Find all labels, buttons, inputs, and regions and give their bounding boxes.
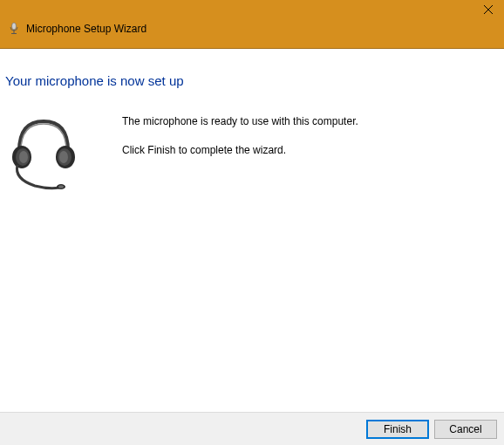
microphone-icon	[7, 22, 21, 36]
svg-rect-4	[11, 33, 17, 34]
svg-point-10	[59, 151, 68, 163]
wizard-content: Your microphone is now set up	[0, 49, 504, 412]
finish-button[interactable]: Finish	[366, 420, 429, 439]
svg-point-2	[12, 23, 17, 30]
svg-point-12	[58, 185, 64, 188]
body-text: The microphone is ready to use with this…	[122, 114, 358, 172]
body-line-1: The microphone is ready to use with this…	[122, 114, 358, 129]
body-line-2: Click Finish to complete the wizard.	[122, 143, 358, 158]
cancel-button[interactable]: Cancel	[434, 420, 497, 439]
headset-icon	[10, 114, 89, 198]
close-button[interactable]	[478, 2, 499, 17]
wizard-footer: Finish Cancel	[0, 412, 504, 445]
page-heading: Your microphone is now set up	[5, 73, 499, 88]
close-icon	[484, 5, 493, 14]
titlebar: Microphone Setup Wizard	[0, 0, 504, 49]
svg-point-7	[19, 151, 28, 163]
window-title: Microphone Setup Wizard	[26, 23, 146, 35]
